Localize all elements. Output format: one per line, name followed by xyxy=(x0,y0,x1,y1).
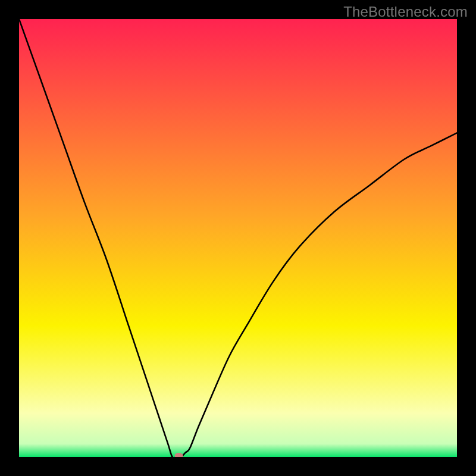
rainbow-background xyxy=(19,19,457,457)
chart-svg xyxy=(19,19,457,457)
chart-plot-area xyxy=(19,19,457,457)
chart-frame: { "watermark": "TheBottleneck.com", "cha… xyxy=(0,0,476,476)
watermark-text: TheBottleneck.com xyxy=(343,4,468,20)
